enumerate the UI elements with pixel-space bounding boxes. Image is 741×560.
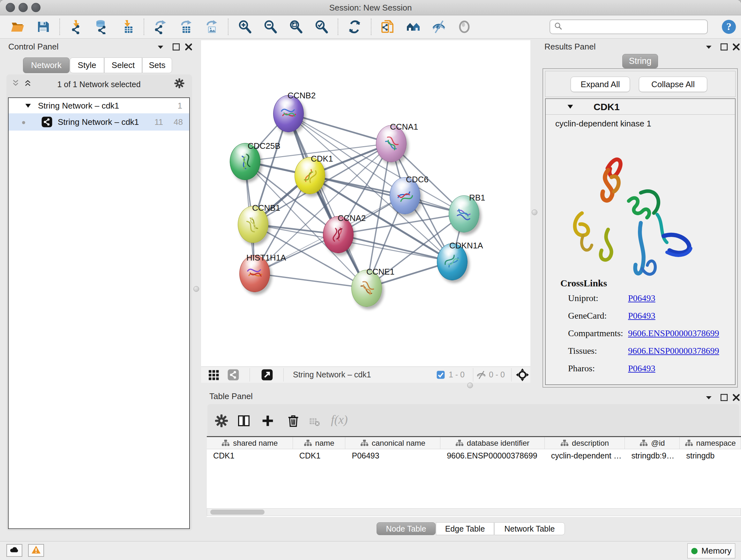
network-node-ccnb2[interactable] (273, 95, 304, 132)
tab-network[interactable]: Network (23, 57, 70, 73)
network-row[interactable]: String Network – cdk1 11 48 (9, 113, 189, 131)
help-icon: ? (721, 30, 737, 36)
collapse-all-button[interactable]: Collapse All (639, 77, 707, 92)
network-collection-row[interactable]: String Network – cdk1 1 (9, 98, 189, 113)
protein-structure-image (558, 137, 696, 278)
crosslink-link-2[interactable]: 9606.ENSP00000378699 (628, 328, 719, 338)
split-columns-icon[interactable] (237, 414, 251, 428)
network-view-canvas[interactable]: CCNB2CCNA1CDC25BCDK1CDC6RB1CCNB1CCNA2CDK… (201, 40, 530, 367)
cell-name[interactable]: CDK1 (293, 449, 346, 462)
results-panel-float-icon[interactable] (719, 42, 729, 52)
control-panel-menu-chevron-icon[interactable] (156, 42, 165, 52)
import-table-button[interactable] (119, 19, 135, 35)
tab-style[interactable]: Style (70, 57, 104, 73)
crosslink-link-4[interactable]: P06493 (628, 363, 656, 374)
column-header-description[interactable]: description (545, 437, 625, 449)
left-splitter-handle[interactable] (193, 286, 199, 292)
node-label-cdk1: CDK1 (311, 154, 333, 164)
column-header-name[interactable]: name (293, 437, 346, 449)
node-label-ccne1: CCNE1 (366, 267, 394, 277)
expand-all-networks-icon[interactable] (23, 78, 32, 88)
cell-namespace[interactable]: stringdb (680, 449, 741, 462)
column-header-canonicalname[interactable]: canonical name (345, 437, 441, 449)
zoom-out-button[interactable] (262, 19, 278, 35)
table-gear-icon[interactable] (214, 414, 228, 428)
edge-ccnb2-ccne1[interactable] (288, 113, 366, 288)
gene-section-header[interactable]: CDK1 (546, 99, 735, 115)
search-box[interactable] (549, 19, 708, 34)
gene-disclosure-triangle-icon[interactable] (566, 103, 575, 111)
crosslink-link-1[interactable]: P06493 (628, 311, 656, 321)
cell-id[interactable]: stringdb:9… (625, 449, 680, 462)
zoom-fit-button[interactable] (288, 19, 304, 35)
collection-count: 1 (178, 101, 182, 111)
refresh-button[interactable] (347, 19, 362, 35)
grid-view-icon[interactable] (207, 369, 219, 381)
collapse-all-networks-icon[interactable] (11, 78, 20, 88)
gene-section: CDK1 cyclin-dependent kinase 1 CrossLink… (545, 98, 736, 385)
tab-network-table[interactable]: Network Table (494, 522, 565, 535)
import-network-file-button[interactable] (68, 19, 84, 35)
help-button[interactable]: ? (721, 19, 737, 35)
column-header-databaseidentifier[interactable]: database identifier (441, 437, 545, 449)
column-header-sharedname[interactable]: shared name (207, 437, 293, 449)
add-column-icon[interactable] (261, 414, 275, 428)
crosslink-link-0[interactable]: P06493 (628, 293, 656, 303)
edge-hist1h1a-ccne1[interactable] (254, 273, 366, 288)
detach-view-icon[interactable] (261, 369, 273, 381)
export-table-button[interactable] (178, 19, 194, 35)
column-header-id[interactable]: @id (625, 437, 680, 449)
tab-node-table[interactable]: Node Table (377, 522, 435, 535)
cell-description[interactable]: cyclin-dependent … (545, 449, 625, 462)
expand-all-button[interactable]: Expand All (570, 77, 630, 92)
control-panel-close-icon[interactable] (184, 42, 193, 52)
right-splitter-handle[interactable] (532, 209, 537, 215)
show-all-eye-button[interactable] (456, 19, 472, 35)
birdseye-navigator-icon[interactable] (516, 368, 529, 381)
tab-sets[interactable]: Sets (142, 57, 172, 73)
collection-disclosure-triangle-icon[interactable] (24, 102, 32, 110)
open-file-button[interactable] (10, 19, 25, 35)
function-builder-label: f(x) (331, 413, 348, 427)
horizontal-splitter-handle[interactable] (467, 382, 473, 388)
edge-cdk1-rb1[interactable] (310, 175, 464, 213)
crosslink-link-3[interactable]: 9606.ENSP00000378699 (628, 346, 719, 356)
edge-ccnb2-ccna1[interactable] (288, 113, 391, 143)
cell-databaseidentifier[interactable]: 9606.ENSP00000378699 (441, 449, 545, 462)
tab-edge-table[interactable]: Edge Table (436, 522, 494, 535)
table-panel-menu-chevron-icon[interactable] (704, 393, 714, 402)
tab-string[interactable]: String (622, 54, 658, 68)
share-network-icon[interactable] (227, 369, 239, 381)
table-horizontal-scrollbar[interactable] (207, 508, 741, 516)
hide-eye-button[interactable] (431, 19, 447, 35)
import-network-database-button[interactable] (94, 19, 110, 35)
houses-button[interactable] (405, 19, 421, 35)
network-options-gear-icon[interactable] (174, 78, 185, 89)
memory-button[interactable]: Memory (687, 543, 735, 558)
export-network-button[interactable] (152, 19, 169, 35)
table-header-row: shared namenamecanonical namedatabase id… (207, 437, 741, 449)
hidden-eye-icon (476, 370, 486, 380)
annotations-button[interactable] (380, 19, 396, 35)
table-panel-close-icon[interactable] (731, 393, 741, 402)
delete-column-trash-icon[interactable] (286, 414, 300, 428)
cloud-status-button[interactable] (6, 544, 22, 557)
cell-sharedname[interactable]: CDK1 (207, 449, 293, 462)
warnings-button[interactable] (28, 544, 44, 557)
crosslinks-heading: CrossLinks (560, 278, 607, 289)
export-image-button[interactable] (204, 19, 219, 35)
scrollbar-thumb[interactable] (210, 509, 265, 515)
save-session-button[interactable] (35, 19, 51, 35)
table-panel-float-icon[interactable] (719, 393, 729, 402)
application-window: Session: New Session ? Control Panel Net… (0, 0, 741, 560)
zoom-in-button[interactable] (237, 19, 253, 35)
table-row[interactable]: CDK1CDK1P064939606.ENSP00000378699cyclin… (207, 449, 741, 462)
cell-canonicalname[interactable]: P06493 (345, 449, 441, 462)
results-panel-menu-chevron-icon[interactable] (704, 42, 714, 52)
search-input[interactable] (563, 22, 704, 32)
control-panel-float-icon[interactable] (172, 42, 181, 52)
column-header-namespace[interactable]: namespace (680, 437, 741, 449)
tab-select[interactable]: Select (105, 57, 142, 73)
results-panel-close-icon[interactable] (731, 42, 741, 52)
zoom-selected-button[interactable] (313, 19, 329, 35)
